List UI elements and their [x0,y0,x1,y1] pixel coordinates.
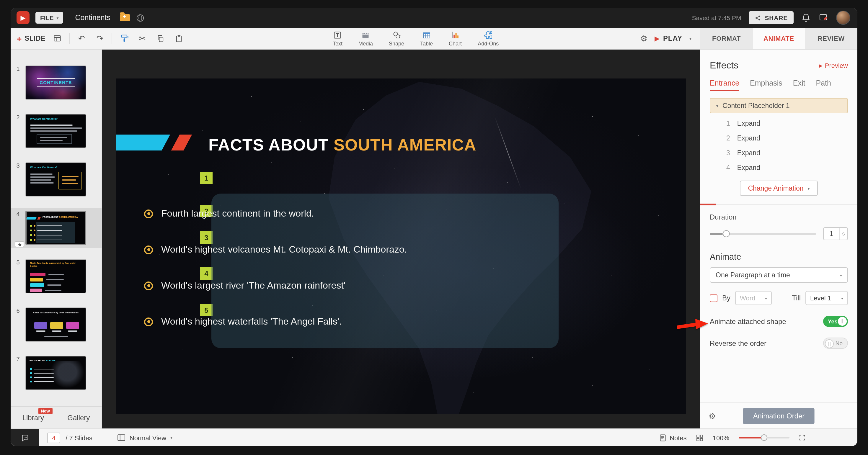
editor-canvas[interactable]: FACTS ABOUT SOUTH AMERICA 1 2 3 4 5 Four… [102,50,700,428]
animation-list-item-4[interactable]: 4 Expand [710,160,848,175]
change-animation-button[interactable]: Change Animation ▾ [740,181,818,196]
chat-button[interactable] [11,429,39,446]
tab-emphasis[interactable]: Emphasis [750,79,782,91]
notifications-bell-icon[interactable] [801,13,811,23]
insert-shape-button[interactable]: Shape [389,30,404,46]
insert-table-button[interactable]: Table [420,30,433,46]
slides-list[interactable]: 1 CONTINENTS 2 What are Continents? [11,50,101,406]
chevron-down-icon: ▾ [807,186,810,190]
slide-thumbnail-7[interactable]: FACTS ABOUT EUROPE [25,356,86,390]
slide-thumbnail-row-7[interactable]: 7 FACTS ABOUT EUROPE [11,353,101,393]
zoom-value: 100% [713,434,729,441]
circled-dot-icon [144,317,153,326]
view-mode-dropdown[interactable]: Normal View ▾ [118,434,173,441]
tab-review[interactable]: REVIEW [805,28,857,49]
slide-thumbnail-row-3[interactable]: 3 What are Continents? [11,159,101,199]
tab-animate[interactable]: ANIMATE [752,28,805,49]
feedback-icon[interactable] [818,13,829,23]
document-title[interactable]: Continents [75,13,111,22]
by-checkbox[interactable] [710,294,717,302]
bullet-item-1[interactable]: Fourth largest continent in the world. [144,206,314,221]
redo-button[interactable]: ↷ [93,32,106,45]
animation-settings-button[interactable]: ⚙ [709,411,716,420]
slide-animation-indicator[interactable] [15,241,24,247]
preview-button[interactable]: ▶ Preview [819,62,848,69]
slide-number: 1 [11,66,25,100]
paste-button[interactable] [173,32,185,45]
file-menu-button[interactable]: FILE ▾ [35,12,63,24]
slide-thumbnail-1[interactable]: CONTINENTS [25,66,86,100]
bullet-item-4[interactable]: World's highest waterfalls 'The Angel Fa… [144,315,342,329]
notes-button[interactable]: Notes [659,434,687,441]
zoom-knob[interactable] [761,434,767,441]
animation-list-item-2[interactable]: 2 Expand [710,130,848,145]
addons-puzzle-icon [484,30,493,39]
till-level-dropdown[interactable]: Level 1 ▾ [805,291,848,305]
slide-thumbnail-row-5[interactable]: 5 North America is surrounded by four wa… [11,256,101,296]
slider-knob[interactable] [722,230,730,237]
insert-media-button[interactable]: Media [359,30,373,46]
bullet-item-2[interactable]: World's highest volcanoes Mt. Cotopaxi &… [144,242,407,257]
play-button[interactable]: ▶ PLAY [655,34,682,42]
insert-addons-button[interactable]: Add-Ons [478,30,499,46]
duration-label: Duration [710,213,848,221]
fullscreen-button[interactable] [799,434,805,441]
slide-thumbnail-6[interactable]: Africa is surrounded by three water bodi… [25,307,86,342]
animation-order-badge-1[interactable]: 1 [200,172,213,184]
tab-exit[interactable]: Exit [793,79,805,91]
animate-panel: Effects ▶ Preview Entrance Emphasis Exit… [700,50,857,428]
grid-view-button[interactable] [696,434,703,441]
animate-attached-shape-toggle[interactable]: Yes [823,316,848,327]
gallery-tab[interactable]: Gallery [67,413,90,422]
slide-thumbnail-row-6[interactable]: 6 Africa is surrounded by three water bo… [11,304,101,345]
add-slide-button[interactable]: + SLIDE [17,34,45,43]
copy-button[interactable] [154,32,167,45]
cut-button[interactable]: ✂ [136,32,149,45]
slide-counter[interactable]: 4 [47,432,60,443]
slides-sidebar: 1 CONTINENTS 2 What are Continents? [11,50,102,428]
library-tab[interactable]: New Library [23,413,44,422]
circled-dot-icon [144,209,153,218]
format-painter-button[interactable] [118,32,130,45]
slide-title[interactable]: FACTS ABOUT SOUTH AMERICA [209,136,476,155]
tab-entrance[interactable]: Entrance [710,79,739,91]
animate-attached-shape-label: Animate attached shape [710,317,786,325]
animate-mode-dropdown[interactable]: One Paragraph at a time ▾ [710,267,848,283]
chevron-down-icon: ▾ [57,15,59,20]
insert-text-button[interactable]: Text [333,30,342,46]
folder-icon[interactable] [120,14,130,21]
copy-icon [156,34,165,43]
avatar[interactable] [836,11,850,25]
duration-input[interactable]: 1 s [823,227,848,240]
share-button[interactable]: SHARE [749,11,794,24]
slide-thumbnail-2[interactable]: What are Continents? [25,114,86,148]
duration-slider[interactable] [710,233,816,235]
reverse-order-toggle[interactable]: No [823,337,848,349]
slide-thumbnail-row-2[interactable]: 2 What are Continents? [11,111,101,151]
bullet-item-3[interactable]: World's largest river 'The Amazon rainfo… [144,279,345,293]
publish-globe-icon[interactable] [136,13,145,22]
undo-button[interactable]: ↶ [75,32,88,45]
slide-thumbnail-row-4[interactable]: 4 FACTS ABOUT SOUTH AMERICA [11,208,101,248]
animation-order-badge-3[interactable]: 3 [200,231,213,244]
app-logo-icon[interactable]: ▶ [17,11,30,24]
animation-order-badge-4[interactable]: 4 [200,267,213,280]
by-word-dropdown[interactable]: Word ▾ [735,291,772,305]
presentation-settings-button[interactable]: ⚙ [640,34,647,43]
tab-path[interactable]: Path [816,79,831,91]
slide-thumbnail-3[interactable]: What are Continents? [25,162,86,197]
animation-list-item-3[interactable]: 3 Expand [710,145,848,160]
zoom-slider[interactable] [739,437,789,438]
play-options-chevron[interactable]: ▾ [689,36,691,40]
insert-chart-button[interactable]: Chart [449,30,462,46]
tab-format[interactable]: FORMAT [700,28,752,49]
slide-canvas[interactable]: FACTS ABOUT SOUTH AMERICA 1 2 3 4 5 Four… [116,78,686,414]
slide-thumbnail-4[interactable]: FACTS ABOUT SOUTH AMERICA [25,211,86,245]
placeholder-group-header[interactable]: ▾ Content Placeholder 1 [710,98,848,113]
slide-layout-button[interactable] [51,32,64,45]
animation-order-button[interactable]: Animation Order [743,408,815,424]
slide-thumbnail-row-1[interactable]: 1 CONTINENTS [11,63,101,103]
animation-list-item-1[interactable]: 1 Expand [710,116,848,130]
text-icon [333,30,342,39]
slide-thumbnail-5[interactable]: North America is surrounded by four wate… [25,259,86,293]
